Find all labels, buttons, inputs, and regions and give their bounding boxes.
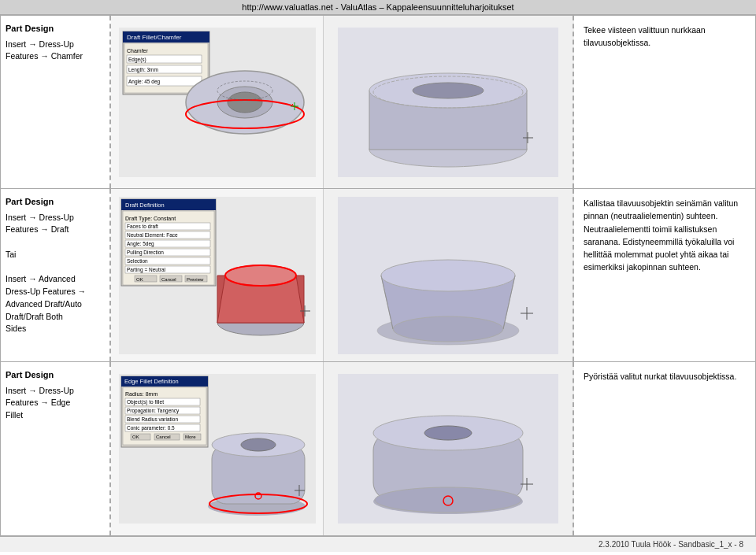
row3-description-text: Pyöristää valitut nurkat tilavuusobjekti…: [584, 372, 736, 381]
row2-line5: Advanced Draft/Auto: [6, 298, 105, 311]
svg-text:Angle: 45 deg: Angle: 45 deg: [128, 79, 161, 85]
svg-point-24: [413, 83, 484, 98]
svg-point-62: [381, 260, 515, 291]
row2-line6: Draft/Draft Both: [6, 311, 105, 324]
row1-svg1: Draft Fillet/Chamfer Chamfer Edge(s) Len…: [119, 28, 316, 177]
row-chamfer: Part Design Insert → Dress-Up Features →…: [1, 16, 755, 189]
svg-text:Object(s) to fillet: Object(s) to fillet: [127, 399, 164, 405]
row3-line2: Features → Edge: [6, 397, 105, 409]
svg-text:Length: 3mm: Length: 3mm: [128, 67, 158, 73]
svg-text:Draft Type: Constant: Draft Type: Constant: [125, 216, 176, 222]
svg-text:Edge(s): Edge(s): [128, 57, 146, 63]
row1-image1: Draft Fillet/Chamfer Chamfer Edge(s) Len…: [111, 16, 324, 188]
svg-text:Conic parameter: 0.5: Conic parameter: 0.5: [127, 425, 175, 431]
svg-point-14: [228, 92, 262, 113]
svg-text:Parting = Neutral: Parting = Neutral: [127, 267, 166, 273]
main-content: Part Design Insert → Dress-Up Features →…: [0, 15, 756, 536]
row2-line1: Insert → Dress-Up: [6, 212, 105, 224]
svg-rect-32: [123, 211, 214, 285]
svg-text:Blend Radius variation: Blend Radius variation: [127, 416, 178, 422]
svg-text:Edge Fillet Definition: Edge Fillet Definition: [124, 378, 179, 385]
row2-description: Part Design Insert → Dress-Up Features →…: [1, 189, 111, 361]
svg-text:Pulling Direction: Pulling Direction: [127, 250, 164, 256]
row3-svg1: Edge Fillet Definition Radius: 8mm Objec…: [119, 374, 316, 524]
svg-point-100: [424, 426, 472, 440]
row1-line2: Features → Chamfer: [6, 50, 105, 63]
svg-text:Selection: Selection: [127, 258, 148, 264]
row1-line1: Insert → Dress-Up: [6, 39, 105, 51]
row2-line2: Features → Draft: [6, 224, 105, 236]
row2-line3: Insert → Advanced: [6, 273, 105, 286]
row3-image1: Edge Fillet Definition Radius: 8mm Objec…: [111, 362, 324, 535]
row1-description-text: Tekee viisteen valittuun nurkkaan tilavu…: [584, 25, 706, 47]
row2-right-text: Kallistaa tilavuusobjektin seinämän vali…: [574, 189, 755, 361]
svg-text:Draft Fillet/Chamfer: Draft Fillet/Chamfer: [127, 34, 182, 41]
svg-text:Faces to draft: Faces to draft: [127, 224, 158, 229]
row2-description-text: Kallistaa tilavuusobjektin seinämän vali…: [584, 198, 738, 272]
svg-text:Preview: Preview: [187, 277, 204, 282]
url-text: http://www.valuatlas.net - ValuAtlas – K…: [242, 2, 513, 12]
row2-svg1: Draft Definition Draft Type: Constant Fa…: [119, 197, 316, 354]
row2-image1: Draft Definition Draft Type: Constant Fa…: [111, 189, 324, 361]
row3-image2: [324, 362, 574, 535]
row3-svg2: [338, 374, 558, 524]
row3-title: Part Design: [6, 368, 105, 382]
svg-text:Angle: 5deg: Angle: 5deg: [127, 241, 154, 247]
row3-right-text: Pyöristää valitut nurkat tilavuusobjekti…: [574, 362, 755, 535]
row1-title: Part Design: [6, 22, 105, 35]
svg-point-91: [241, 438, 276, 451]
svg-text:More: More: [185, 435, 196, 439]
row2-svg2: [338, 197, 558, 354]
svg-text:Propagation: Tangency: Propagation: Tangency: [127, 408, 180, 414]
svg-point-101: [375, 487, 521, 512]
svg-text:Chamfer: Chamfer: [127, 48, 149, 54]
row3-line1: Insert → Dress-Up: [6, 385, 105, 398]
row2-title: Part Design: [6, 195, 105, 209]
svg-text:OK: OK: [136, 277, 143, 282]
row3-line3: Fillet: [6, 409, 105, 422]
svg-text:Cancel: Cancel: [161, 277, 176, 282]
svg-text:Cancel: Cancel: [156, 435, 171, 439]
row2-line4: Dress-Up Features →: [6, 286, 105, 298]
row3-description: Part Design Insert → Dress-Up Features →…: [1, 362, 111, 535]
row1-svg2: [338, 28, 558, 177]
browser-address-bar: http://www.valuatlas.net - ValuAtlas – K…: [0, 0, 756, 15]
svg-text:Draft Definition: Draft Definition: [125, 202, 165, 209]
svg-text:Radius: 8mm: Radius: 8mm: [125, 391, 158, 397]
row1-right-text: Tekee viisteen valittuun nurkkaan tilavu…: [574, 16, 755, 188]
svg-text:Neutral Element: Face: Neutral Element: Face: [127, 232, 178, 238]
svg-text:OK: OK: [132, 435, 139, 439]
footer: 2.3.2010 Tuula Höök - Sandbasic_1_x - 8: [0, 536, 756, 552]
row2-line7: Sides: [6, 323, 105, 335]
svg-point-63: [393, 316, 503, 342]
row1-description: Part Design Insert → Dress-Up Features →…: [1, 16, 111, 188]
row-draft: Part Design Insert → Dress-Up Features →…: [1, 189, 755, 362]
footer-text: 2.3.2010 Tuula Höök - Sandbasic_1_x - 8: [598, 540, 743, 549]
row-fillet: Part Design Insert → Dress-Up Features →…: [1, 362, 755, 535]
row2-image2: [324, 189, 574, 361]
row2-tai: Tai: [6, 249, 105, 261]
row1-image2: [324, 16, 574, 188]
